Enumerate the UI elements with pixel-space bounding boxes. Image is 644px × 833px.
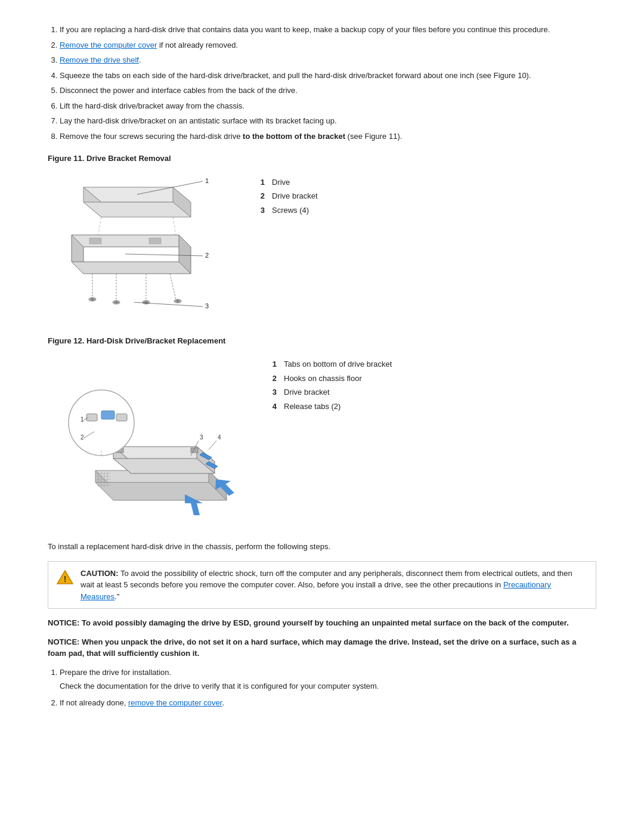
notice1-block: NOTICE: To avoid possibly damaging the d… <box>48 617 596 629</box>
svg-point-55 <box>69 390 134 456</box>
svg-text:2: 2 <box>80 434 84 441</box>
figure11-label: Figure 11. Drive Bracket Removal <box>48 153 596 165</box>
install-intro: To install a replacement hard-disk drive… <box>48 541 596 553</box>
figure12-legend: 1Tabs on bottom of drive bracket2Hooks o… <box>268 351 395 413</box>
step-8-before: Remove the four screws securing the hard… <box>60 132 243 141</box>
notice1-prefix: NOTICE: <box>48 618 79 627</box>
step-4-text: Squeeze the tabs on each side of the har… <box>60 71 531 80</box>
figure12-svg: 1 2 3 4 <box>48 351 244 530</box>
step-1: If you are replacing a hard-disk drive t… <box>60 24 596 36</box>
svg-line-67 <box>209 441 216 450</box>
caution-block: ! CAUTION: To avoid the possibility of e… <box>48 561 596 609</box>
svg-rect-10 <box>89 238 101 244</box>
install-step-1-sub: Check the documentation for the drive to… <box>60 680 596 692</box>
step-4: Squeeze the tabs on each side of the har… <box>60 70 596 82</box>
legend-row: 2Hooks on chassis floor <box>268 371 395 386</box>
legend-text: Screws (4) <box>268 203 321 218</box>
figure12-label: Figure 12. Hard-Disk Drive/Bracket Repla… <box>48 335 596 347</box>
figure12-image: 1 2 3 4 <box>48 351 244 530</box>
install-step-1-text: Prepare the drive for installation. <box>60 668 171 677</box>
svg-text:1: 1 <box>205 177 209 184</box>
notice1-text: To avoid possibly damaging the drive by … <box>79 618 568 627</box>
step-8: Remove the four screws securing the hard… <box>60 131 596 143</box>
legend-text: Tabs on bottom of drive bracket <box>280 357 395 371</box>
step-6: Lift the hard-disk drive/bracket away fr… <box>60 100 596 112</box>
step-5: Disconnect the power and interface cable… <box>60 85 596 97</box>
legend-row: 3Drive bracket <box>268 385 395 400</box>
caution-prefix: CAUTION: <box>80 569 119 578</box>
legend-num: 2 <box>268 371 280 386</box>
svg-text:4: 4 <box>218 434 221 441</box>
step-3-after: . <box>139 55 141 64</box>
figure11-svg: 1 2 <box>48 169 233 324</box>
legend-text: Drive <box>268 175 321 190</box>
notice2-text: When you unpack the drive, do not set it… <box>48 637 576 658</box>
svg-text:3: 3 <box>200 434 203 441</box>
step-6-text: Lift the hard-disk drive/bracket away fr… <box>60 101 244 110</box>
figure11-container: 1 2 <box>48 169 596 324</box>
svg-text:3: 3 <box>205 302 209 309</box>
figure12-container: 1 2 3 4 1Tabs on bottom of drive bracket… <box>48 351 596 530</box>
install-step-2-after: . <box>222 698 224 707</box>
step-7: Lay the hard-disk drive/bracket on an an… <box>60 115 596 127</box>
svg-text:1: 1 <box>80 416 84 423</box>
svg-marker-3 <box>83 202 191 217</box>
svg-text:2: 2 <box>205 252 209 259</box>
step-2: Remove the computer cover if not already… <box>60 39 596 51</box>
remove-cover-link[interactable]: Remove the computer cover <box>60 41 157 49</box>
legend-num: 1 <box>256 175 268 190</box>
legend-row: 2Drive bracket <box>256 189 321 203</box>
svg-marker-37 <box>95 482 227 500</box>
step-7-text: Lay the hard-disk drive/bracket on an an… <box>60 116 337 125</box>
legend-num: 1 <box>268 357 280 371</box>
main-steps-list: If you are replacing a hard-disk drive t… <box>48 24 596 142</box>
legend-text: Drive bracket <box>280 385 395 400</box>
step-5-text: Disconnect the power and interface cable… <box>60 86 298 95</box>
remove-drive-shelf-link[interactable]: Remove the drive shelf <box>60 55 139 64</box>
caution-body: To avoid the possibility of electric sho… <box>80 569 572 590</box>
legend-text: Hooks on chassis floor <box>280 371 395 386</box>
figure11-image: 1 2 <box>48 169 233 324</box>
legend-num: 3 <box>256 203 268 218</box>
notice2-prefix: NOTICE: <box>48 637 79 646</box>
svg-line-33 <box>173 217 176 235</box>
step-8-bold: to the bottom of the bracket <box>243 132 345 141</box>
svg-text:!: ! <box>64 574 67 584</box>
legend-num: 3 <box>268 385 280 400</box>
legend-row: 4Release tabs (2) <box>268 400 395 414</box>
install-steps-list: Prepare the drive for installation. Chec… <box>48 667 596 709</box>
legend-row: 1Drive <box>256 175 321 190</box>
svg-rect-11 <box>149 238 161 244</box>
notice2-block: NOTICE: When you unpack the drive, do no… <box>48 636 596 659</box>
caution-after: ." <box>114 592 119 601</box>
legend-text: Release tabs (2) <box>280 400 395 414</box>
step-3: Remove the drive shelf. <box>60 54 596 66</box>
legend-num: 2 <box>256 189 268 203</box>
svg-line-26 <box>170 274 176 299</box>
legend-num: 4 <box>268 400 280 414</box>
legend-row: 3Screws (4) <box>256 203 321 218</box>
legend-text: Drive bracket <box>268 189 321 203</box>
install-step-2: If not already done, remove the computer… <box>60 697 596 709</box>
svg-rect-57 <box>101 411 114 419</box>
legend-row: 1Tabs on bottom of drive bracket <box>268 357 395 371</box>
install-step-2-link[interactable]: remove the computer cover <box>128 698 222 707</box>
install-step-2-before: If not already done, <box>60 698 128 707</box>
install-step-1: Prepare the drive for installation. Chec… <box>60 667 596 692</box>
figure11-legend: 1Drive2Drive bracket3Screws (4) <box>256 169 321 218</box>
caution-text: CAUTION: To avoid the possibility of ele… <box>80 568 587 603</box>
caution-icon: ! <box>57 569 75 589</box>
svg-rect-58 <box>116 414 127 421</box>
svg-line-30 <box>134 302 203 306</box>
step-2-after: if not already removed. <box>157 41 238 49</box>
svg-marker-9 <box>72 262 191 274</box>
svg-line-32 <box>98 217 101 235</box>
svg-marker-50 <box>113 459 215 473</box>
step-1-text: If you are replacing a hard-disk drive t… <box>60 25 550 34</box>
step-8-after: (see Figure 11). <box>345 132 402 141</box>
